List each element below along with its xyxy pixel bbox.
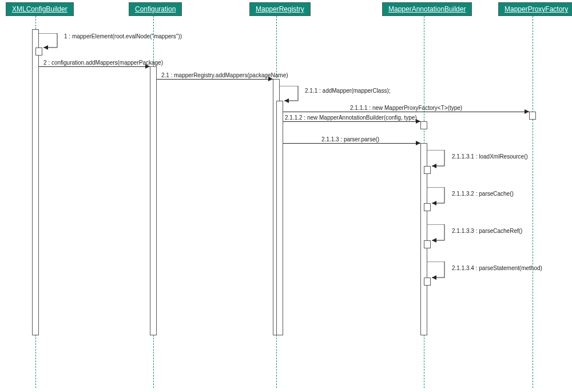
- self-loop-m21134: [427, 262, 450, 280]
- arrow-m2112: [283, 121, 420, 122]
- svg-marker-0: [43, 45, 48, 50]
- activation-mapperproxyfactory: [529, 112, 536, 120]
- activation-configuration: [150, 66, 157, 335]
- arrow-m2113: [283, 143, 420, 144]
- label-m2111: 2.1.1.1 : new MapperProxyFactory<T>(type…: [350, 105, 462, 111]
- self-loop-m211: [280, 86, 303, 103]
- lifeline-mapperproxyfactory: [533, 16, 533, 388]
- label-m21131: 2.1.1.3.1 : loadXmlResource(): [452, 153, 528, 160]
- svg-marker-2: [432, 164, 436, 168]
- participant-configuration: Configuration: [129, 2, 182, 16]
- label-m2112: 2.1.1.2 : new MapperAnnotationBuilder(co…: [285, 114, 417, 121]
- self-loop-m21132: [427, 187, 450, 205]
- participant-mapperregistry: MapperRegistry: [249, 2, 311, 16]
- label-m21133: 2.1.1.3.3 : parseCacheRef(): [452, 228, 522, 234]
- activation-mapperregistry-inner: [276, 101, 283, 335]
- label-m2113: 2.1.1.3 : parser.parse(): [321, 136, 379, 142]
- label-m211: 2.1.1 : addMapper(mapperClass);: [305, 88, 391, 94]
- svg-marker-4: [432, 238, 436, 243]
- svg-marker-3: [432, 201, 436, 205]
- label-m21134: 2.1.1.3.4 : parseStatement(method): [452, 265, 542, 271]
- label-m21132: 2.1.1.3.2 : parseCache(): [452, 191, 514, 197]
- participant-xmlconfigbuilder: XMLConfigBuilder: [6, 2, 74, 16]
- arrowhead-m2: [145, 64, 150, 69]
- participant-mapperproxyfactory: MapperProxyFactory: [498, 2, 572, 16]
- activation-xmlconfigbuilder-outer: [32, 29, 39, 335]
- label-m1: 1 : mapperElement(root.evalNode("mappers…: [64, 33, 182, 39]
- arrowhead-m21: [268, 77, 273, 81]
- participant-mapperannotationbuilder: MapperAnnotationBuilder: [382, 2, 472, 16]
- arrowhead-m2111: [525, 109, 529, 114]
- svg-marker-5: [432, 275, 436, 280]
- arrowhead-m2113: [416, 141, 420, 145]
- self-loop-m1: [39, 33, 62, 50]
- arrow-m2: [39, 66, 150, 67]
- activation-mapperannotationbuilder-init: [420, 121, 427, 129]
- arrow-m2111: [283, 112, 529, 112]
- self-loop-m21133: [427, 224, 450, 243]
- arrow-m21: [157, 79, 273, 80]
- arrowhead-m2112: [416, 119, 420, 124]
- self-loop-m21131: [427, 150, 450, 168]
- svg-marker-1: [284, 98, 289, 103]
